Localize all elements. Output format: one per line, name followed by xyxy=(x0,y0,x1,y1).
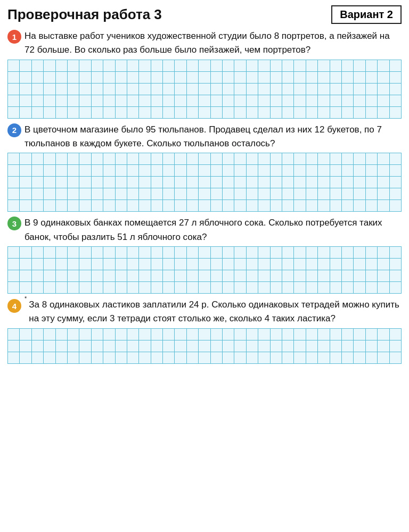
problem-4-text: За 8 одинаковых ластиков заплатили 24 р.… xyxy=(29,300,399,323)
problem-1-text: На выставке работ учеников художественно… xyxy=(24,31,390,55)
problem-3-text-wrap: В 9 одинаковых банках помещается 27 л яб… xyxy=(24,216,402,244)
problem-3-text: В 9 одинаковых банках помещается 27 л яб… xyxy=(24,218,382,242)
page-title: Проверочная работа 3 xyxy=(7,6,162,23)
problem-4-text-wrap: За 8 одинаковых ластиков заплатили 24 р.… xyxy=(29,298,402,326)
problem-4-grid xyxy=(7,328,402,364)
problem-2: 2 В цветочном магазине было 95 тюльпанов… xyxy=(7,123,402,212)
page: Проверочная работа 3 Вариант 2 1 На выст… xyxy=(0,0,409,532)
problem-3: 3 В 9 одинаковых банках помещается 27 л … xyxy=(7,216,402,294)
problem-1-grid-table xyxy=(7,60,402,119)
problem-4-number: 4 xyxy=(7,299,21,313)
problem-3-grid xyxy=(7,246,402,294)
problem-4: 4* За 8 одинаковых ластиков заплатили 24… xyxy=(7,298,402,364)
problem-2-text: В цветочном магазине было 95 тюльпанов. … xyxy=(24,124,382,148)
problem-2-header: 2 В цветочном магазине было 95 тюльпанов… xyxy=(7,123,402,151)
problem-3-header: 3 В 9 одинаковых банках помещается 27 л … xyxy=(7,216,402,244)
problem-3-grid-table xyxy=(7,246,402,294)
problem-1-grid xyxy=(7,60,402,119)
star-superscript: * xyxy=(24,295,27,302)
problem-2-number: 2 xyxy=(7,123,21,137)
problem-2-grid xyxy=(7,153,402,212)
problem-4-number-wrap: 4* xyxy=(7,298,27,313)
problem-1-number: 1 xyxy=(7,30,21,44)
problem-1-text-wrap: На выставке работ учеников художественно… xyxy=(24,29,402,57)
problem-4-grid-table xyxy=(7,328,402,364)
problem-2-text-wrap: В цветочном магазине было 95 тюльпанов. … xyxy=(24,123,402,151)
problem-3-number: 3 xyxy=(7,217,21,230)
variant-badge: Вариант 2 xyxy=(331,5,402,24)
problem-4-header: 4* За 8 одинаковых ластиков заплатили 24… xyxy=(7,298,402,326)
problem-2-grid-table xyxy=(7,153,402,212)
header: Проверочная работа 3 Вариант 2 xyxy=(7,5,402,24)
problem-1: 1 На выставке работ учеников художествен… xyxy=(7,29,402,119)
problem-1-header: 1 На выставке работ учеников художествен… xyxy=(7,29,402,57)
